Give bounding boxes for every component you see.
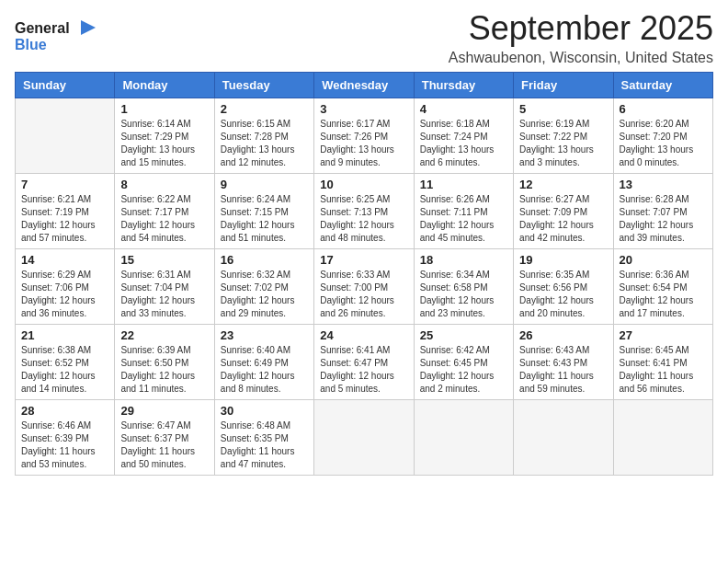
calendar-cell — [514, 400, 613, 476]
calendar-cell: 2Sunrise: 6:15 AMSunset: 7:28 PMDaylight… — [214, 98, 313, 174]
sunrise-label: Sunrise: 6:35 AM — [519, 270, 589, 280]
sunset-label: Sunset: 7:20 PM — [620, 132, 688, 142]
day-info: Sunrise: 6:41 AMSunset: 6:47 PMDaylight:… — [320, 344, 407, 396]
day-number: 18 — [420, 253, 507, 267]
calendar-week-row: 7Sunrise: 6:21 AMSunset: 7:19 PMDaylight… — [16, 174, 713, 249]
day-info: Sunrise: 6:45 AMSunset: 6:41 PMDaylight:… — [620, 344, 707, 396]
day-number: 9 — [221, 178, 308, 191]
daylight-label: Daylight: 12 hours and 5 minutes. — [320, 371, 394, 394]
calendar-cell: 26Sunrise: 6:43 AMSunset: 6:43 PMDayligh… — [514, 325, 613, 400]
day-number: 22 — [120, 328, 208, 342]
day-number: 8 — [120, 178, 208, 191]
day-info: Sunrise: 6:40 AMSunset: 6:49 PMDaylight:… — [221, 344, 308, 396]
sunset-label: Sunset: 6:50 PM — [120, 358, 188, 368]
day-info: Sunrise: 6:18 AMSunset: 7:24 PMDaylight:… — [420, 118, 507, 169]
sunset-label: Sunset: 6:47 PM — [320, 358, 388, 368]
sunset-label: Sunset: 6:52 PM — [21, 358, 89, 368]
day-info: Sunrise: 6:21 AMSunset: 7:19 PMDaylight:… — [21, 193, 108, 245]
calendar-cell: 30Sunrise: 6:48 AMSunset: 6:35 PMDayligh… — [214, 400, 313, 476]
day-number: 19 — [519, 253, 607, 267]
daylight-label: Daylight: 13 hours and 15 minutes. — [120, 144, 195, 167]
calendar-cell: 9Sunrise: 6:24 AMSunset: 7:15 PMDaylight… — [214, 174, 313, 249]
daylight-label: Daylight: 12 hours and 36 minutes. — [21, 295, 96, 318]
day-info: Sunrise: 6:22 AMSunset: 7:17 PMDaylight:… — [120, 193, 208, 245]
sunrise-label: Sunrise: 6:19 AM — [519, 119, 589, 129]
daylight-label: Daylight: 12 hours and 14 minutes. — [21, 371, 96, 394]
day-info: Sunrise: 6:39 AMSunset: 6:50 PMDaylight:… — [120, 344, 208, 396]
day-info: Sunrise: 6:28 AMSunset: 7:07 PMDaylight:… — [620, 193, 707, 245]
day-info: Sunrise: 6:42 AMSunset: 6:45 PMDaylight:… — [420, 344, 507, 396]
day-number: 1 — [120, 102, 208, 116]
day-number: 6 — [620, 102, 707, 116]
day-number: 17 — [320, 253, 407, 267]
sunset-label: Sunset: 7:26 PM — [320, 132, 388, 142]
calendar-cell: 13Sunrise: 6:28 AMSunset: 7:07 PMDayligh… — [613, 174, 712, 249]
sunrise-label: Sunrise: 6:36 AM — [620, 270, 689, 280]
sunrise-label: Sunrise: 6:25 AM — [320, 194, 390, 204]
calendar-cell: 7Sunrise: 6:21 AMSunset: 7:19 PMDaylight… — [16, 174, 115, 249]
sunrise-label: Sunrise: 6:43 AM — [519, 345, 589, 355]
sunrise-label: Sunrise: 6:26 AM — [420, 194, 490, 204]
day-info: Sunrise: 6:35 AMSunset: 6:56 PMDaylight:… — [519, 269, 607, 320]
calendar-cell: 1Sunrise: 6:14 AMSunset: 7:29 PMDaylight… — [115, 98, 214, 174]
calendar-cell: 17Sunrise: 6:33 AMSunset: 7:00 PMDayligh… — [314, 249, 414, 325]
sunset-label: Sunset: 7:07 PM — [620, 207, 688, 217]
daylight-label: Daylight: 12 hours and 45 minutes. — [420, 220, 495, 243]
daylight-label: Daylight: 12 hours and 2 minutes. — [420, 371, 495, 394]
sunset-label: Sunset: 7:02 PM — [221, 282, 289, 293]
sunset-label: Sunset: 6:41 PM — [620, 358, 688, 368]
calendar-cell — [16, 98, 115, 174]
col-thursday: Thursday — [414, 73, 513, 98]
sunrise-label: Sunrise: 6:34 AM — [420, 270, 490, 280]
day-info: Sunrise: 6:14 AMSunset: 7:29 PMDaylight:… — [120, 118, 208, 169]
sunrise-label: Sunrise: 6:33 AM — [320, 270, 390, 280]
calendar-cell: 24Sunrise: 6:41 AMSunset: 6:47 PMDayligh… — [314, 325, 414, 400]
sunset-label: Sunset: 7:29 PM — [120, 132, 188, 142]
day-number: 12 — [519, 178, 607, 191]
col-monday: Monday — [115, 73, 214, 98]
sunset-label: Sunset: 7:13 PM — [320, 207, 388, 217]
daylight-label: Daylight: 12 hours and 23 minutes. — [420, 295, 495, 318]
day-number: 27 — [620, 328, 707, 342]
location-title: Ashwaubenon, Wisconsin, United States — [449, 50, 713, 66]
calendar-cell — [613, 400, 712, 476]
daylight-label: Daylight: 12 hours and 8 minutes. — [221, 371, 295, 394]
sunrise-label: Sunrise: 6:48 AM — [221, 420, 290, 431]
calendar-cell: 6Sunrise: 6:20 AMSunset: 7:20 PMDaylight… — [613, 98, 712, 174]
sunrise-label: Sunrise: 6:14 AM — [120, 119, 190, 129]
day-info: Sunrise: 6:26 AMSunset: 7:11 PMDaylight:… — [420, 193, 507, 245]
calendar-cell: 18Sunrise: 6:34 AMSunset: 6:58 PMDayligh… — [414, 249, 513, 325]
calendar-cell: 5Sunrise: 6:19 AMSunset: 7:22 PMDaylight… — [514, 98, 613, 174]
calendar-cell: 22Sunrise: 6:39 AMSunset: 6:50 PMDayligh… — [115, 325, 214, 400]
day-info: Sunrise: 6:33 AMSunset: 7:00 PMDaylight:… — [320, 269, 407, 320]
daylight-label: Daylight: 12 hours and 48 minutes. — [320, 220, 394, 243]
day-number: 21 — [21, 328, 108, 342]
day-info: Sunrise: 6:27 AMSunset: 7:09 PMDaylight:… — [519, 193, 607, 245]
daylight-label: Daylight: 13 hours and 3 minutes. — [519, 144, 594, 167]
sunrise-label: Sunrise: 6:31 AM — [120, 270, 190, 280]
col-wednesday: Wednesday — [314, 73, 414, 98]
daylight-label: Daylight: 12 hours and 51 minutes. — [221, 220, 295, 243]
sunset-label: Sunset: 7:06 PM — [21, 282, 89, 293]
daylight-label: Daylight: 11 hours and 47 minutes. — [221, 446, 295, 469]
day-number: 2 — [221, 102, 308, 116]
day-info: Sunrise: 6:25 AMSunset: 7:13 PMDaylight:… — [320, 193, 407, 245]
daylight-label: Daylight: 13 hours and 0 minutes. — [620, 144, 694, 167]
daylight-label: Daylight: 11 hours and 50 minutes. — [120, 446, 195, 469]
daylight-label: Daylight: 12 hours and 42 minutes. — [519, 220, 594, 243]
header: General Blue September 2025 Ashwaubenon,… — [15, 9, 713, 66]
day-number: 7 — [21, 178, 108, 191]
daylight-label: Daylight: 13 hours and 12 minutes. — [221, 144, 295, 167]
calendar-cell: 23Sunrise: 6:40 AMSunset: 6:49 PMDayligh… — [214, 325, 313, 400]
day-number: 16 — [221, 253, 308, 267]
sunrise-label: Sunrise: 6:15 AM — [221, 119, 290, 129]
day-number: 20 — [620, 253, 707, 267]
sunset-label: Sunset: 7:28 PM — [221, 132, 289, 142]
day-info: Sunrise: 6:31 AMSunset: 7:04 PMDaylight:… — [120, 269, 208, 320]
day-number: 4 — [420, 102, 507, 116]
calendar-cell: 19Sunrise: 6:35 AMSunset: 6:56 PMDayligh… — [514, 249, 613, 325]
day-number: 25 — [420, 328, 507, 342]
calendar-cell: 16Sunrise: 6:32 AMSunset: 7:02 PMDayligh… — [214, 249, 313, 325]
sunrise-label: Sunrise: 6:21 AM — [21, 194, 91, 204]
sunrise-label: Sunrise: 6:22 AM — [120, 194, 190, 204]
